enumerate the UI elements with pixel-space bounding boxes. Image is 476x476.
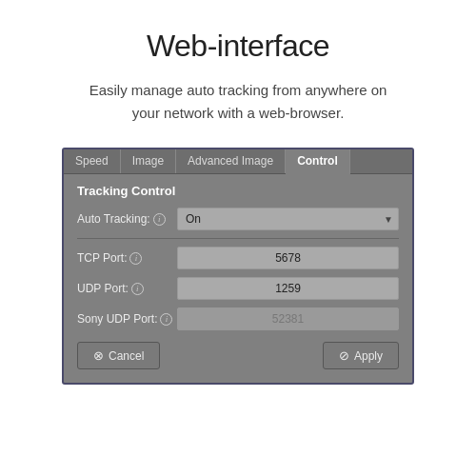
auto-tracking-info-icon[interactable]: i (153, 213, 166, 226)
auto-tracking-label: Auto Tracking: i (77, 212, 177, 226)
apply-icon: ⊘ (339, 348, 349, 363)
udp-port-input[interactable] (177, 277, 399, 300)
tcp-port-control (177, 247, 399, 269)
settings-panel: Speed Image Advanced Image Control Track… (62, 148, 414, 385)
auto-tracking-row: Auto Tracking: i On Off ▼ (77, 208, 399, 230)
button-row: ⊗ Cancel ⊘ Apply (77, 342, 399, 369)
section-title: Tracking Control (77, 184, 399, 198)
tab-advanced-image[interactable]: Advanced Image (176, 149, 286, 173)
cancel-icon: ⊗ (93, 348, 104, 363)
page-title: Web-interface (147, 29, 329, 64)
tcp-port-input[interactable] (177, 247, 399, 269)
panel-content: Tracking Control Auto Tracking: i On Off… (64, 174, 412, 383)
tab-image[interactable]: Image (121, 149, 176, 173)
auto-tracking-select-wrapper: On Off ▼ (177, 208, 399, 230)
udp-port-label: UDP Port: i (77, 282, 177, 295)
udp-port-row: UDP Port: i (77, 277, 399, 300)
apply-button[interactable]: ⊘ Apply (323, 342, 399, 369)
cancel-button[interactable]: ⊗ Cancel (77, 342, 160, 369)
page-description: Easily manage auto tracking from anywher… (76, 79, 400, 125)
cancel-label: Cancel (109, 349, 144, 363)
tcp-port-info-icon[interactable]: i (129, 252, 142, 265)
udp-port-info-icon[interactable]: i (131, 283, 144, 295)
udp-port-control (177, 277, 399, 300)
sony-udp-port-input (177, 307, 399, 330)
sony-udp-port-row: Sony UDP Port: i (77, 307, 399, 330)
sony-udp-port-label: Sony UDP Port: i (77, 312, 177, 326)
sony-udp-port-info-icon[interactable]: i (160, 313, 172, 326)
tab-control[interactable]: Control (286, 149, 350, 174)
sony-udp-port-control (177, 307, 399, 330)
tcp-port-label: TCP Port: i (77, 251, 177, 265)
divider (77, 238, 399, 239)
apply-label: Apply (354, 349, 383, 363)
tab-bar: Speed Image Advanced Image Control (64, 149, 412, 174)
tcp-port-row: TCP Port: i (77, 247, 399, 269)
tab-speed[interactable]: Speed (64, 149, 121, 173)
auto-tracking-select[interactable]: On Off (177, 208, 399, 230)
